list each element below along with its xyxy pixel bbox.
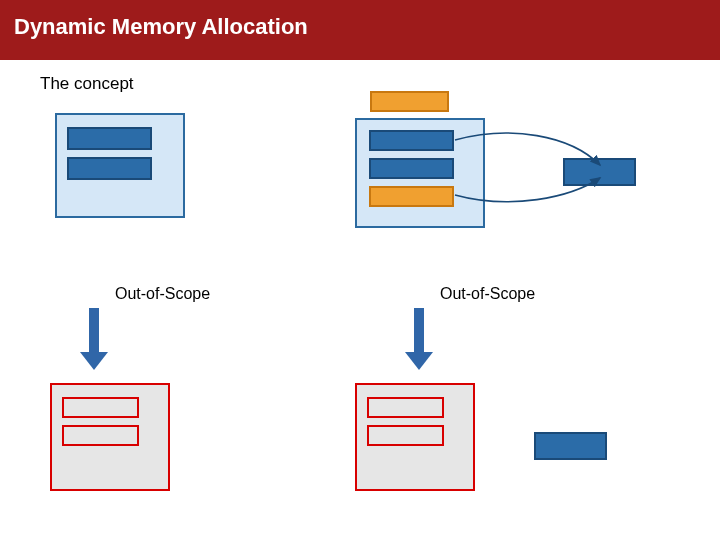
stack-container-left-after xyxy=(50,383,170,491)
slide-title: Dynamic Memory Allocation xyxy=(14,14,308,40)
slide: { "title": "Dynamic Memory Allocation", … xyxy=(0,0,720,540)
stack-slot-dead xyxy=(62,397,139,418)
stack-container-left-before xyxy=(55,113,185,218)
stack-slot xyxy=(369,130,454,151)
stack-slot-dead xyxy=(367,397,444,418)
stack-slot-dead xyxy=(367,425,444,446)
out-of-scope-label-right: Out-of-Scope xyxy=(440,285,535,303)
stack-slot-extra xyxy=(370,91,449,112)
stack-slot-pointer xyxy=(369,186,454,207)
stack-slot-dead xyxy=(62,425,139,446)
pointer-arrow-icon xyxy=(450,130,640,210)
out-of-scope-label-left: Out-of-Scope xyxy=(115,285,210,303)
slide-subtitle: The concept xyxy=(40,74,134,94)
stack-slot xyxy=(67,157,152,180)
stack-container-right-after xyxy=(355,383,475,491)
stack-slot xyxy=(67,127,152,150)
stack-slot xyxy=(369,158,454,179)
heap-block-leaked xyxy=(534,432,607,460)
